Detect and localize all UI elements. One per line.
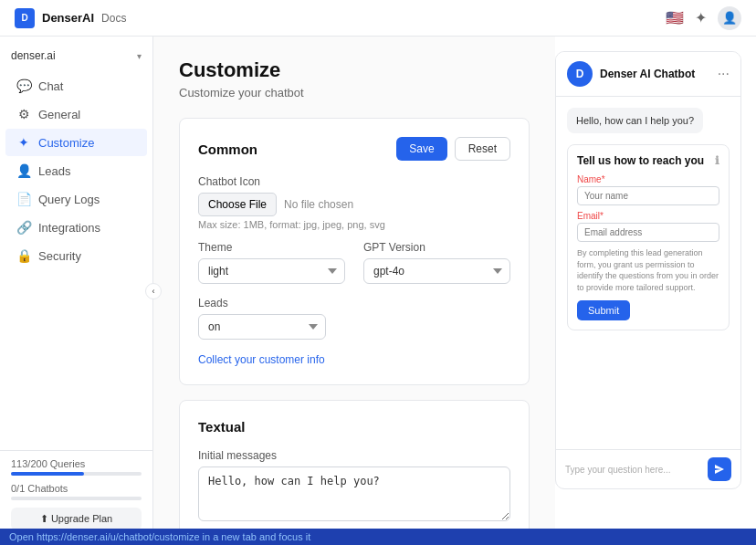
- lead-form-name-field: Name*: [577, 174, 719, 205]
- textual-section: Textual Initial messages Hello, how can …: [179, 400, 530, 545]
- theme-toggle-icon[interactable]: ✦: [695, 9, 707, 26]
- sidebar-footer: 113/200 Queries 0/1 Chatbots ⬆ Upgrade P…: [0, 450, 152, 538]
- chatbots-usage-label: 0/1 Chatbots: [11, 483, 142, 494]
- leads-nav-icon: 👤: [16, 163, 31, 178]
- sidebar-item-general-label: General: [38, 108, 80, 121]
- textual-section-header: Textual: [198, 419, 510, 435]
- name-required-star: *: [602, 174, 605, 184]
- logo-icon: D: [15, 8, 35, 28]
- content-area: Customize Customize your chatbot Common …: [153, 37, 756, 545]
- topbar: D DenserAI Docs 🇺🇸 ✦ 👤: [0, 0, 756, 37]
- user-avatar-icon[interactable]: 👤: [718, 6, 741, 30]
- lead-form-submit-button[interactable]: Submit: [577, 300, 630, 320]
- brand-name: DenserAI: [42, 11, 94, 25]
- chat-lead-form: Tell us how to reach you ℹ Name* Email*: [567, 144, 730, 330]
- chat-bot-greeting: Hello, how can I help you?: [567, 108, 703, 133]
- leads-select[interactable]: on off: [198, 314, 326, 340]
- sidebar-item-customize[interactable]: ✦ Customize: [5, 129, 147, 156]
- chat-body: Hello, how can I help you? Tell us how t…: [556, 97, 740, 449]
- sidebar-item-leads[interactable]: 👤 Leads: [5, 157, 147, 184]
- sidebar-item-security-label: Security: [38, 249, 81, 263]
- initial-messages-textarea[interactable]: Hello, how can I help you?: [198, 466, 510, 521]
- chat-nav-icon: 💬: [16, 79, 31, 93]
- gpt-version-select[interactable]: gpt-4o gpt-4 gpt-3.5-turbo: [363, 258, 510, 284]
- sidebar-item-integrations-label: Integrations: [38, 221, 100, 235]
- sidebar-org-selector[interactable]: denser.ai ▾: [0, 44, 152, 68]
- upgrade-plan-button[interactable]: ⬆ Upgrade Plan: [11, 508, 142, 530]
- sidebar-item-general[interactable]: ⚙ General: [5, 100, 147, 128]
- docs-link[interactable]: Docs: [101, 12, 126, 25]
- sidebar-item-security[interactable]: 🔒 Security: [5, 242, 147, 269]
- theme-select[interactable]: light dark auto: [198, 258, 345, 284]
- initial-messages-label: Initial messages: [198, 449, 510, 462]
- statusbar: Open https://denser.ai/u/chatbot/customi…: [0, 529, 756, 545]
- lead-form-email-input[interactable]: [577, 223, 719, 242]
- chat-preview: D Denser AI Chatbot ··· Hello, how can I…: [555, 51, 741, 489]
- sidebar-item-query-logs[interactable]: 📄 Query Logs: [5, 185, 147, 213]
- statusbar-text: Open https://denser.ai/u/chatbot/customi…: [9, 531, 310, 542]
- topbar-right: 🇺🇸 ✦ 👤: [666, 6, 741, 30]
- sidebar-item-integrations[interactable]: 🔗 Integrations: [5, 214, 147, 241]
- file-input-row: Choose File No file chosen: [198, 193, 510, 216]
- lead-form-disclaimer: By completing this lead generation form,…: [577, 247, 719, 293]
- theme-group: Theme light dark auto: [198, 241, 345, 284]
- sidebar: denser.ai ▾ 💬 Chat ⚙ General ✦ Customize…: [0, 37, 153, 545]
- save-button[interactable]: Save: [396, 137, 446, 161]
- queries-usage-fill: [11, 472, 84, 476]
- chatbots-usage-bar: [11, 497, 142, 500]
- sidebar-item-customize-label: Customize: [38, 136, 94, 150]
- org-name: denser.ai: [11, 49, 56, 62]
- choose-file-button[interactable]: Choose File: [198, 193, 277, 216]
- common-section: Common Save Reset Chatbot Icon Choose Fi…: [179, 118, 530, 385]
- security-nav-icon: 🔒: [16, 248, 31, 263]
- textual-section-title: Textual: [198, 419, 245, 435]
- leads-label: Leads: [198, 297, 326, 309]
- chat-header: D Denser AI Chatbot ···: [556, 52, 740, 97]
- initial-messages-group: Initial messages Hello, how can I help y…: [198, 449, 510, 538]
- page-subtitle: Customize your chatbot: [179, 86, 530, 100]
- sidebar-item-chat[interactable]: 💬 Chat: [5, 72, 147, 100]
- chat-preview-title: Denser AI Chatbot: [600, 68, 695, 80]
- chat-more-icon[interactable]: ···: [718, 66, 730, 82]
- sidebar-item-leads-label: Leads: [38, 164, 70, 178]
- chat-header-left: D Denser AI Chatbot: [567, 61, 695, 87]
- common-section-title: Common: [198, 141, 257, 157]
- theme-label: Theme: [198, 241, 345, 254]
- sidebar-nav: 💬 Chat ⚙ General ✦ Customize 👤 Leads 📄 Q…: [0, 68, 152, 450]
- chatbot-icon-label: Chatbot Icon: [198, 175, 510, 188]
- org-chevron-icon: ▾: [137, 51, 142, 61]
- collect-info-link[interactable]: Collect your customer info: [198, 353, 325, 366]
- sidebar-collapse-button[interactable]: ‹: [145, 283, 162, 299]
- topbar-left: D DenserAI Docs: [15, 8, 126, 28]
- send-icon: [714, 464, 725, 475]
- common-section-actions: Save Reset: [396, 137, 510, 161]
- chat-input-placeholder[interactable]: Type your question here...: [565, 465, 702, 475]
- queries-usage: 113/200 Queries: [11, 458, 142, 476]
- chat-avatar-icon: D: [567, 61, 593, 87]
- integrations-nav-icon: 🔗: [16, 220, 31, 235]
- common-section-header: Common Save Reset: [198, 137, 510, 161]
- lead-form-name-input[interactable]: [577, 186, 719, 205]
- reset-button[interactable]: Reset: [455, 137, 510, 161]
- gpt-version-group: GPT Version gpt-4o gpt-4 gpt-3.5-turbo: [363, 241, 510, 284]
- queries-usage-label: 113/200 Queries: [11, 458, 142, 469]
- lead-form-title: Tell us how to reach you ℹ: [577, 154, 719, 167]
- sidebar-item-chat-label: Chat: [38, 79, 63, 93]
- email-required-star: *: [600, 211, 604, 221]
- file-name-display: No file chosen: [284, 198, 353, 211]
- sidebar-item-query-logs-label: Query Logs: [38, 193, 100, 206]
- theme-gpt-row: Theme light dark auto GPT Version gpt-4o…: [198, 241, 510, 284]
- lead-form-info-icon: ℹ: [715, 154, 719, 167]
- queries-usage-bar: [11, 472, 142, 476]
- main-content: Customize Customize your chatbot Common …: [153, 37, 555, 545]
- leads-group: Leads on off: [198, 297, 326, 340]
- chat-send-button[interactable]: [708, 457, 731, 481]
- query-logs-nav-icon: 📄: [16, 192, 31, 206]
- chat-footer: Type your question here...: [556, 449, 740, 488]
- language-flag-icon[interactable]: 🇺🇸: [666, 9, 684, 26]
- chatbot-icon-group: Chatbot Icon Choose File No file chosen …: [198, 175, 510, 230]
- app-layout: denser.ai ▾ 💬 Chat ⚙ General ✦ Customize…: [0, 37, 756, 545]
- leads-row: Leads on off: [198, 297, 510, 340]
- gpt-version-label: GPT Version: [363, 241, 510, 254]
- lead-form-email-field: Email*: [577, 211, 719, 242]
